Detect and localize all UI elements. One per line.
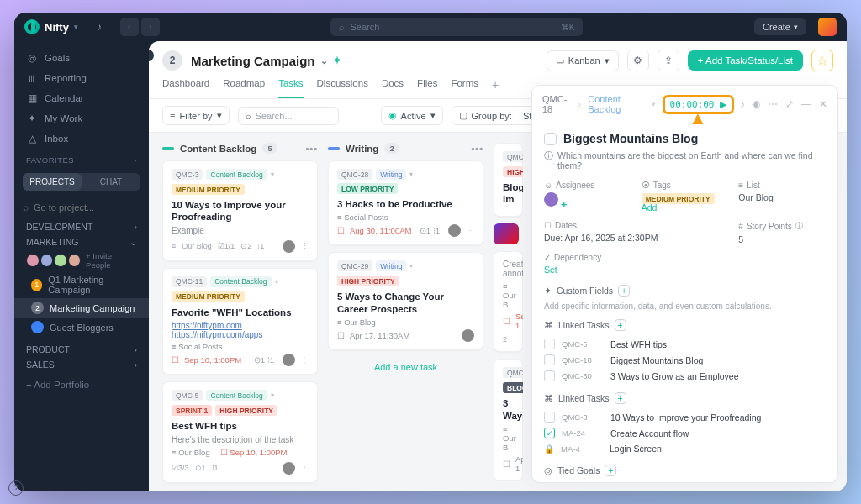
add-tag[interactable]: Add <box>642 202 658 213</box>
tab-tasks[interactable]: Tasks <box>278 78 303 98</box>
section-linked-tasks-2[interactable]: ⌘ Linked Tasks + <box>544 392 826 404</box>
project-marketing-campaign[interactable]: 2 Marketing Campaign <box>14 298 149 318</box>
active-filter[interactable]: ◉Active▾ <box>381 106 443 125</box>
meta-dates[interactable]: ☐Dates Due: Apr 16, 2025 at 2:30PM <box>544 221 728 244</box>
help-icon[interactable]: ? <box>14 480 24 491</box>
filter-by[interactable]: ≡Filter by▾ <box>162 106 230 125</box>
checkbox[interactable] <box>544 412 555 423</box>
column-header[interactable]: Writing 2 ••• <box>328 143 483 154</box>
tab-files[interactable]: Files <box>417 78 437 98</box>
checkbox[interactable] <box>544 354 555 365</box>
linked-task[interactable]: 🔒MA-4Login Screen <box>544 441 826 456</box>
favorites-section[interactable]: FAVORITES› <box>14 149 149 168</box>
settings-gear-icon[interactable]: ⚙ <box>627 50 649 71</box>
add-field-button[interactable]: + <box>618 285 630 297</box>
task-card[interactable]: QMC-29Writing▾ HIGH PRIORITY 5 Ways to C… <box>328 252 483 350</box>
tab-discussions[interactable]: Discussions <box>317 78 368 98</box>
column-menu-icon[interactable]: ••• <box>471 144 483 154</box>
play-icon[interactable]: ▶ <box>720 99 726 110</box>
task-card[interactable]: QMC-18Content Backlog▾ MEDIUM PRIORITY B… <box>162 490 318 492</box>
project-q1[interactable]: 1 Q1 Marketing Campaign <box>14 271 149 298</box>
share-icon[interactable]: ⇪ <box>658 50 679 71</box>
section-sales[interactable]: SALES› <box>14 357 149 372</box>
tab-dashboard[interactable]: Dashboard <box>162 78 209 98</box>
nav-mywork[interactable]: ✦My Work <box>14 108 149 129</box>
nav-goals[interactable]: ◎Goals <box>14 48 149 68</box>
task-card[interactable]: QMC-3Content Backlog▾ MEDIUM PRIORITY 10… <box>162 160 318 261</box>
notifications-icon[interactable]: ♪ <box>90 21 108 33</box>
create-button[interactable]: Create ▾ <box>754 18 806 35</box>
add-card-button[interactable]: Add a new task <box>328 357 483 377</box>
section-product[interactable]: PRODUCT› <box>14 342 149 357</box>
global-search[interactable]: ⌕ Search ⌘K <box>330 18 583 36</box>
task-title[interactable]: Biggest Mountains Blog <box>563 132 698 145</box>
task-card[interactable]: QMC-13 HIGH PRI Blog im <box>494 143 523 217</box>
add-task-button[interactable]: + Add Task/Status/List <box>688 50 803 71</box>
section-tied-goals[interactable]: ◎ Tied Goals + <box>544 465 826 476</box>
more-icon[interactable]: ⋯ <box>768 98 778 110</box>
breadcrumb-id[interactable]: QMC-18 <box>542 94 572 114</box>
add-linked-button[interactable]: + <box>615 392 626 404</box>
more-icon[interactable]: ⋮ <box>301 464 309 472</box>
task-card[interactable]: QMC-11Content Backlog▾ MEDIUM PRIORITY F… <box>162 268 318 375</box>
section-marketing[interactable]: MARKETING⌄ <box>14 234 149 249</box>
task-card[interactable]: QMC-30 BLOCKED 3 Ways ≡ Our B ☐ Apr 1 <box>494 359 523 481</box>
close-icon[interactable]: ✕ <box>819 98 827 110</box>
app-logo[interactable]: Nifty ▾ <box>24 19 78 34</box>
tab-docs[interactable]: Docs <box>382 78 404 98</box>
minimize-icon[interactable]: — <box>801 98 811 110</box>
add-linked-button[interactable]: + <box>615 319 626 331</box>
nav-inbox[interactable]: △Inbox <box>14 129 149 149</box>
meta-tags[interactable]: ⦿Tags MEDIUM PRIORITY Add <box>642 181 729 213</box>
checkbox[interactable] <box>544 370 555 381</box>
star-button[interactable]: ☆ <box>811 50 833 71</box>
linked-task[interactable]: QMC-18Biggest Mountains Blog <box>544 352 826 368</box>
project-title[interactable]: Marketing Campaign ⌄ ✦ <box>191 54 341 68</box>
forward-button[interactable]: › <box>141 18 160 36</box>
more-icon[interactable]: ⋮ <box>301 242 309 250</box>
bell-icon[interactable]: ♪ <box>741 99 746 109</box>
complete-checkbox[interactable] <box>544 133 557 145</box>
section-custom-fields[interactable]: ✦ Custom Fields + <box>544 285 826 297</box>
link[interactable]: https://niftypm.com <box>172 321 309 330</box>
task-search[interactable]: ⌕Search... <box>238 107 339 125</box>
meta-list[interactable]: ≡List Our Blog <box>738 181 826 213</box>
invite-people[interactable]: + Invite People <box>86 251 137 270</box>
more-icon[interactable]: ⋮ <box>300 355 309 365</box>
expand-icon[interactable]: ⤢ <box>785 98 794 110</box>
meta-assignees[interactable]: ☺Assignees + <box>544 181 631 213</box>
nav-calendar[interactable]: ▦Calendar <box>14 88 149 108</box>
task-card[interactable]: Creating annotati ≡ Our B ☐ Sep 1 2 <box>494 251 523 352</box>
add-portfolio[interactable]: + Add Portfolio <box>14 375 149 394</box>
tab-chat[interactable]: CHAT <box>82 173 140 191</box>
tab-forms[interactable]: Forms <box>451 78 478 98</box>
task-card[interactable]: QMC-5Content Backlog▾ SPRINT 1HIGH PRIOR… <box>162 381 318 482</box>
add-assignee-icon[interactable]: + <box>561 198 568 211</box>
add-tab-button[interactable]: + <box>492 78 499 98</box>
project-search-input[interactable] <box>34 202 149 213</box>
meta-story-points[interactable]: #Story Pointsⓘ 5 <box>738 221 826 244</box>
add-goal-button[interactable]: + <box>605 465 616 476</box>
column-menu-icon[interactable]: ••• <box>305 144 318 154</box>
section-linked-tasks[interactable]: ⌘ Linked Tasks + <box>544 319 826 331</box>
link[interactable]: https://niftypm.com/apps <box>172 330 309 339</box>
back-button[interactable]: ‹ <box>120 18 139 36</box>
watch-icon[interactable]: ◉ <box>752 98 760 110</box>
goal-item[interactable]: Q4 Feature Launch <box>544 481 826 482</box>
user-avatar[interactable] <box>818 18 837 36</box>
linked-task[interactable]: QMC-310 Ways to Improve your Proofreadin… <box>544 409 826 425</box>
more-icon[interactable]: ⋮ <box>466 226 474 235</box>
timer-widget[interactable]: 00:00:00 ▶ ▲ <box>663 95 734 114</box>
breadcrumb-status[interactable]: Content Backlog <box>588 94 644 114</box>
checkbox[interactable] <box>544 339 555 349</box>
project-guest-bloggers[interactable]: Guest Bloggers <box>14 318 149 337</box>
column-header[interactable]: Content Backlog 5 ••• <box>162 143 318 154</box>
checkbox-checked[interactable]: ✓ <box>544 428 555 438</box>
linked-task[interactable]: ✓MA-24Create Account flow <box>544 425 826 441</box>
tab-roadmap[interactable]: Roadmap <box>223 78 265 98</box>
meta-dependency[interactable]: ✓Dependency Set <box>544 253 631 275</box>
nav-reporting[interactable]: ⫼Reporting <box>14 68 149 88</box>
tab-projects[interactable]: PROJECTS <box>23 173 82 191</box>
view-switch[interactable]: ▭ Kanban ▾ <box>547 50 619 71</box>
task-card[interactable]: QMC-28Writing▾LOW PRIORITY 3 Hacks to be… <box>328 160 483 245</box>
